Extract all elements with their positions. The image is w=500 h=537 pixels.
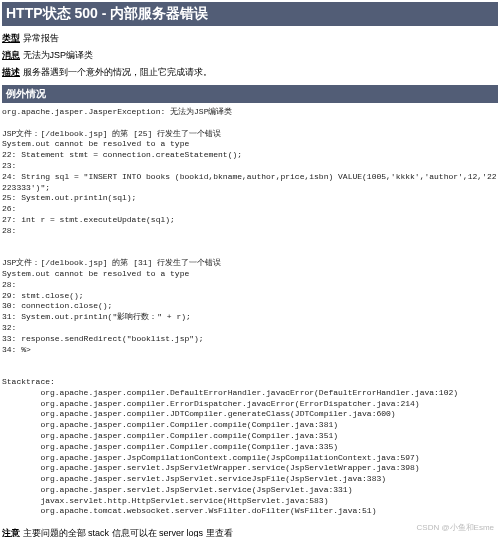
message-label: 消息 bbox=[2, 50, 20, 60]
note-label: 注意 bbox=[2, 528, 20, 537]
type-value: 异常报告 bbox=[23, 33, 59, 43]
type-label: 类型 bbox=[2, 33, 20, 43]
message-value: 无法为JSP编译类 bbox=[23, 50, 94, 60]
description-value: 服务器遇到一个意外的情况，阻止它完成请求。 bbox=[23, 67, 212, 77]
exception-header: 例外情况 bbox=[2, 85, 498, 103]
type-line: 类型 异常报告 bbox=[2, 32, 498, 45]
description-label: 描述 bbox=[2, 67, 20, 77]
exception-stacktrace: org.apache.jasper.JasperException: 无法为JS… bbox=[2, 107, 498, 517]
page-title: HTTP状态 500 - 内部服务器错误 bbox=[2, 2, 498, 26]
message-line: 消息 无法为JSP编译类 bbox=[2, 49, 498, 62]
description-line: 描述 服务器遇到一个意外的情况，阻止它完成请求。 bbox=[2, 66, 498, 79]
watermark: CSDN @小鱼和Esme bbox=[417, 522, 494, 533]
note-value: 主要问题的全部 stack 信息可以在 server logs 里查看 bbox=[23, 528, 233, 537]
